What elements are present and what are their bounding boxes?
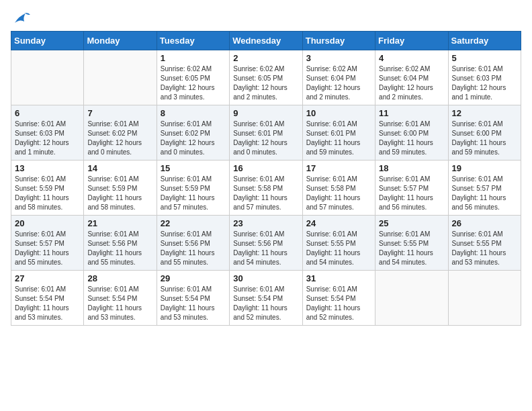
day-info: Sunrise: 6:01 AM Sunset: 5:56 PM Dayligh…: [87, 230, 152, 267]
calendar-cell: 12Sunrise: 6:01 AM Sunset: 6:00 PM Dayli…: [448, 105, 521, 161]
day-number: 8: [161, 108, 226, 118]
calendar-cell: 5Sunrise: 6:01 AM Sunset: 6:03 PM Daylig…: [448, 50, 521, 105]
calendar-cell: 18Sunrise: 6:01 AM Sunset: 5:57 PM Dayli…: [375, 161, 448, 216]
day-info: Sunrise: 6:01 AM Sunset: 5:57 PM Dayligh…: [452, 175, 517, 212]
day-info: Sunrise: 6:01 AM Sunset: 5:58 PM Dayligh…: [306, 175, 371, 212]
calendar-cell: [84, 50, 157, 105]
calendar-cell: 30Sunrise: 6:01 AM Sunset: 5:54 PM Dayli…: [230, 271, 302, 326]
day-info: Sunrise: 6:01 AM Sunset: 5:54 PM Dayligh…: [87, 285, 152, 322]
weekday-header-tuesday: Tuesday: [157, 32, 229, 50]
calendar-cell: 15Sunrise: 6:01 AM Sunset: 5:59 PM Dayli…: [157, 161, 229, 216]
day-info: Sunrise: 6:01 AM Sunset: 6:00 PM Dayligh…: [452, 120, 517, 157]
calendar-week-row: 13Sunrise: 6:01 AM Sunset: 5:59 PM Dayli…: [11, 161, 521, 216]
day-info: Sunrise: 6:02 AM Sunset: 6:05 PM Dayligh…: [233, 64, 298, 102]
day-info: Sunrise: 6:01 AM Sunset: 6:01 PM Dayligh…: [306, 120, 371, 157]
calendar-cell: [11, 50, 84, 105]
day-info: Sunrise: 6:01 AM Sunset: 5:58 PM Dayligh…: [233, 175, 298, 212]
calendar-cell: 9Sunrise: 6:01 AM Sunset: 6:01 PM Daylig…: [230, 105, 302, 161]
weekday-header-row: SundayMondayTuesdayWednesdayThursdayFrid…: [11, 32, 521, 50]
weekday-header-friday: Friday: [375, 32, 448, 50]
day-info: Sunrise: 6:01 AM Sunset: 5:55 PM Dayligh…: [379, 230, 444, 267]
calendar-cell: 6Sunrise: 6:01 AM Sunset: 6:03 PM Daylig…: [11, 105, 84, 161]
calendar-cell: 4Sunrise: 6:02 AM Sunset: 6:04 PM Daylig…: [375, 50, 448, 105]
calendar-week-row: 6Sunrise: 6:01 AM Sunset: 6:03 PM Daylig…: [11, 105, 521, 161]
day-info: Sunrise: 6:02 AM Sunset: 6:04 PM Dayligh…: [379, 64, 444, 102]
day-info: Sunrise: 6:01 AM Sunset: 5:57 PM Dayligh…: [379, 175, 444, 212]
calendar-cell: 2Sunrise: 6:02 AM Sunset: 6:05 PM Daylig…: [230, 50, 302, 105]
day-info: Sunrise: 6:01 AM Sunset: 5:56 PM Dayligh…: [161, 230, 226, 267]
day-info: Sunrise: 6:01 AM Sunset: 5:57 PM Dayligh…: [15, 230, 80, 267]
logo: [11, 11, 31, 23]
calendar-week-row: 27Sunrise: 6:01 AM Sunset: 5:54 PM Dayli…: [11, 271, 521, 326]
day-number: 31: [306, 273, 371, 283]
day-info: Sunrise: 6:02 AM Sunset: 6:05 PM Dayligh…: [161, 64, 226, 102]
day-number: 18: [379, 163, 444, 173]
calendar-cell: 1Sunrise: 6:02 AM Sunset: 6:05 PM Daylig…: [157, 50, 229, 105]
day-info: Sunrise: 6:01 AM Sunset: 5:54 PM Dayligh…: [306, 285, 371, 322]
day-number: 30: [233, 273, 298, 283]
day-info: Sunrise: 6:01 AM Sunset: 5:54 PM Dayligh…: [15, 285, 80, 322]
calendar-cell: 17Sunrise: 6:01 AM Sunset: 5:58 PM Dayli…: [302, 161, 375, 216]
calendar-cell: 31Sunrise: 6:01 AM Sunset: 5:54 PM Dayli…: [302, 271, 375, 326]
day-number: 10: [306, 108, 371, 118]
day-info: Sunrise: 6:01 AM Sunset: 6:03 PM Dayligh…: [452, 64, 517, 102]
day-number: 24: [306, 218, 371, 228]
day-info: Sunrise: 6:02 AM Sunset: 6:04 PM Dayligh…: [306, 64, 371, 102]
calendar-cell: 13Sunrise: 6:01 AM Sunset: 5:59 PM Dayli…: [11, 161, 84, 216]
day-number: 12: [452, 108, 517, 118]
calendar-cell: 24Sunrise: 6:01 AM Sunset: 5:55 PM Dayli…: [302, 216, 375, 271]
day-info: Sunrise: 6:01 AM Sunset: 6:03 PM Dayligh…: [15, 120, 80, 157]
day-info: Sunrise: 6:01 AM Sunset: 5:54 PM Dayligh…: [161, 285, 226, 322]
day-number: 6: [15, 108, 80, 118]
day-number: 26: [452, 218, 517, 228]
weekday-header-monday: Monday: [84, 32, 157, 50]
weekday-header-thursday: Thursday: [302, 32, 375, 50]
day-number: 1: [161, 53, 226, 63]
day-info: Sunrise: 6:01 AM Sunset: 5:55 PM Dayligh…: [306, 230, 371, 267]
calendar-cell: 10Sunrise: 6:01 AM Sunset: 6:01 PM Dayli…: [302, 105, 375, 161]
day-info: Sunrise: 6:01 AM Sunset: 6:02 PM Dayligh…: [161, 120, 226, 157]
weekday-header-saturday: Saturday: [448, 32, 521, 50]
day-info: Sunrise: 6:01 AM Sunset: 5:56 PM Dayligh…: [233, 230, 298, 267]
day-number: 29: [161, 273, 226, 283]
day-number: 3: [306, 53, 371, 63]
calendar-cell: 21Sunrise: 6:01 AM Sunset: 5:56 PM Dayli…: [84, 216, 157, 271]
calendar: SundayMondayTuesdayWednesdayThursdayFrid…: [11, 31, 521, 326]
day-number: 21: [87, 218, 152, 228]
day-number: 27: [15, 273, 80, 283]
day-info: Sunrise: 6:01 AM Sunset: 6:02 PM Dayligh…: [87, 120, 152, 157]
header: [11, 11, 521, 23]
calendar-cell: 22Sunrise: 6:01 AM Sunset: 5:56 PM Dayli…: [157, 216, 229, 271]
calendar-cell: 14Sunrise: 6:01 AM Sunset: 5:59 PM Dayli…: [84, 161, 157, 216]
day-number: 16: [233, 163, 298, 173]
calendar-cell: [375, 271, 448, 326]
day-number: 7: [87, 108, 152, 118]
calendar-cell: 11Sunrise: 6:01 AM Sunset: 6:00 PM Dayli…: [375, 105, 448, 161]
day-number: 25: [379, 218, 444, 228]
calendar-cell: 27Sunrise: 6:01 AM Sunset: 5:54 PM Dayli…: [11, 271, 84, 326]
day-info: Sunrise: 6:01 AM Sunset: 6:01 PM Dayligh…: [233, 120, 298, 157]
day-number: 2: [233, 53, 298, 63]
calendar-cell: 19Sunrise: 6:01 AM Sunset: 5:57 PM Dayli…: [448, 161, 521, 216]
day-number: 9: [233, 108, 298, 118]
day-number: 19: [452, 163, 517, 173]
calendar-cell: 28Sunrise: 6:01 AM Sunset: 5:54 PM Dayli…: [84, 271, 157, 326]
day-info: Sunrise: 6:01 AM Sunset: 5:59 PM Dayligh…: [161, 175, 226, 212]
calendar-cell: 26Sunrise: 6:01 AM Sunset: 5:55 PM Dayli…: [448, 216, 521, 271]
calendar-cell: 3Sunrise: 6:02 AM Sunset: 6:04 PM Daylig…: [302, 50, 375, 105]
day-number: 13: [15, 163, 80, 173]
day-number: 11: [379, 108, 444, 118]
day-info: Sunrise: 6:01 AM Sunset: 5:59 PM Dayligh…: [15, 175, 80, 212]
calendar-cell: 23Sunrise: 6:01 AM Sunset: 5:56 PM Dayli…: [230, 216, 302, 271]
calendar-cell: 29Sunrise: 6:01 AM Sunset: 5:54 PM Dayli…: [157, 271, 229, 326]
day-number: 14: [87, 163, 152, 173]
day-info: Sunrise: 6:01 AM Sunset: 5:55 PM Dayligh…: [452, 230, 517, 267]
logo-bird-icon: [12, 11, 31, 26]
day-number: 4: [379, 53, 444, 63]
calendar-cell: 8Sunrise: 6:01 AM Sunset: 6:02 PM Daylig…: [157, 105, 229, 161]
weekday-header-sunday: Sunday: [11, 32, 84, 50]
day-number: 5: [452, 53, 517, 63]
weekday-header-wednesday: Wednesday: [230, 32, 302, 50]
calendar-cell: 25Sunrise: 6:01 AM Sunset: 5:55 PM Dayli…: [375, 216, 448, 271]
day-number: 17: [306, 163, 371, 173]
